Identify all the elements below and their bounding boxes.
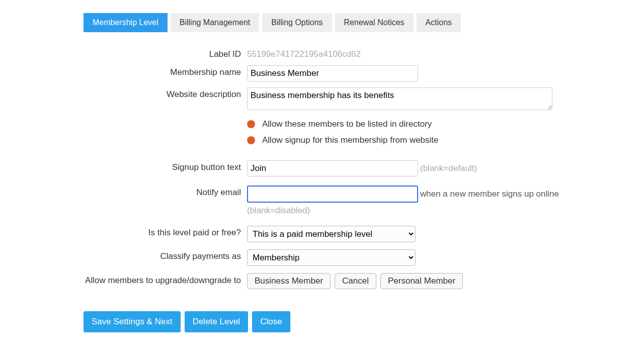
paid-or-free-select[interactable]: This is a paid membership level (247, 226, 416, 242)
tabs-bar: Membership Level Billing Management Bill… (84, 13, 644, 32)
label-signup-button-text: Signup button text (84, 160, 247, 172)
text-notify-after: when a new member signs up online (420, 188, 559, 201)
toggle-allow-signup[interactable] (247, 136, 255, 144)
tab-actions[interactable]: Actions (417, 13, 461, 32)
classify-payments-select[interactable]: Membership (247, 249, 416, 266)
hint-notify-disabled: (blank=disabled) (247, 206, 310, 216)
toggle-allow-directory[interactable] (247, 120, 255, 128)
tab-billing-options[interactable]: Billing Options (262, 13, 332, 32)
label-notify-email: Notify email (84, 186, 247, 198)
tab-billing-management[interactable]: Billing Management (171, 13, 260, 32)
upgrade-option-business[interactable]: Business Member (247, 273, 331, 289)
membership-name-input[interactable] (247, 65, 418, 81)
save-settings-next-button[interactable]: Save Settings & Next (84, 311, 181, 332)
label-label-id: Label ID (84, 47, 247, 59)
value-label-id: 55199e741722195a4106cd62 (247, 47, 361, 59)
label-classify-payments: Classify payments as (84, 249, 247, 261)
delete-level-button[interactable]: Delete Level (185, 311, 249, 332)
form-area: Label ID 55199e741722195a4106cd62 Member… (84, 47, 561, 332)
label-upgrade-downgrade: Allow members to upgrade/downgrade to (84, 273, 247, 286)
notify-email-input[interactable] (247, 186, 418, 203)
label-allow-signup: Allow signup for this membership from we… (262, 135, 439, 145)
label-website-description: Website description (84, 87, 247, 100)
label-allow-directory: Allow these members to be listed in dire… (262, 119, 432, 129)
tab-renewal-notices[interactable]: Renewal Notices (335, 13, 414, 32)
website-description-input[interactable]: Business membership has its benefits (247, 87, 552, 110)
label-membership-name: Membership name (84, 65, 247, 77)
upgrade-option-cancel[interactable]: Cancel (335, 273, 376, 289)
hint-signup-default: (blank=default) (420, 163, 477, 173)
signup-button-text-input[interactable] (247, 160, 418, 176)
tab-membership-level[interactable]: Membership Level (84, 13, 168, 32)
upgrade-option-personal[interactable]: Personal Member (380, 273, 463, 289)
close-button[interactable]: Close (252, 311, 290, 332)
label-paid-or-free: Is this level paid or free? (84, 226, 247, 238)
